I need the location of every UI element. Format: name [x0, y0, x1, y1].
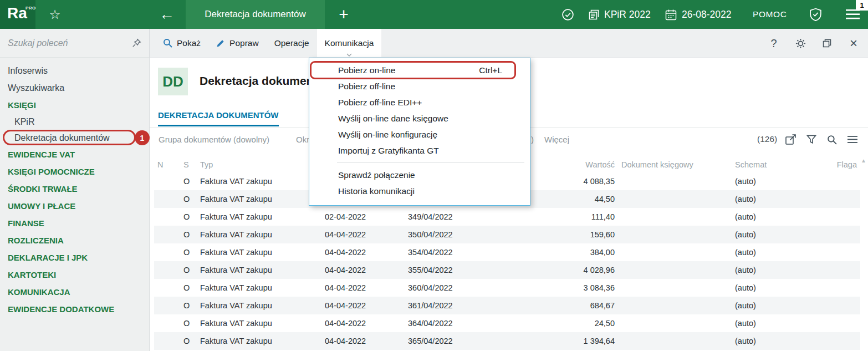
toolbar-button-label: Operacje: [274, 38, 309, 48]
list-menu-icon[interactable]: [846, 134, 858, 145]
cell: [618, 172, 732, 190]
toolbar-button-operacje[interactable]: Operacje: [267, 29, 317, 57]
column-header-typ[interactable]: Typ: [197, 156, 321, 172]
search-placeholder: Szukaj poleceń: [8, 38, 132, 48]
search-list-icon[interactable]: [826, 134, 838, 145]
cell: Faktura VAT zakupu: [197, 314, 321, 332]
menu-item-pobierz-off-line[interactable]: Pobierz off-line: [309, 78, 530, 94]
sidebar-item-finanse[interactable]: FINANSE: [0, 215, 149, 232]
cell: [618, 261, 732, 279]
pin-sidebar-icon[interactable]: [132, 38, 141, 48]
column-header-flaga[interactable]: Flaga: [820, 156, 860, 172]
cell: 04-04-2022: [321, 226, 405, 243]
active-module-tab[interactable]: Dekretacja dokumentów: [186, 0, 325, 29]
sidebar-item-infoserwis[interactable]: Infoserwis: [0, 62, 149, 79]
app-window: Ra PRO ☆ ← Dekretacja dokumentów + KPiR …: [0, 0, 868, 351]
menu-item-historia-komunikacji[interactable]: Historia komunikacji: [309, 183, 530, 199]
table-row[interactable]: OFaktura VAT zakupu04-04-2022364/04/2022…: [154, 314, 860, 332]
table-row[interactable]: OFaktura VAT zakupu04-04-2022360/04/2022…: [154, 279, 860, 297]
menu-item-pobierz-on-line[interactable]: Pobierz on-lineCtrl+L: [309, 62, 530, 78]
restore-window-icon[interactable]: [821, 39, 833, 48]
cell: [154, 261, 180, 279]
column-header-dokument-księgowy[interactable]: Dokument księgowy: [618, 156, 732, 172]
help-menu[interactable]: POMOC: [753, 0, 787, 29]
sidebar-item-kartoteki[interactable]: KARTOTEKI: [0, 266, 149, 283]
notification-count-badge[interactable]: 1: [856, 0, 868, 11]
sidebar-item-komunikacja[interactable]: KOMUNIKACJA: [0, 283, 149, 301]
table-row[interactable]: OFaktura VAT zakupu04-04-2022365/04/2022…: [154, 332, 860, 350]
menu-item-sprawdź-połączenie[interactable]: Sprawdź połączenie: [309, 167, 530, 183]
sidebar-item-deklaracje-i-jpk[interactable]: DEKLARACJE I JPK: [0, 249, 149, 266]
sidebar-item-środki-trwałe[interactable]: ŚRODKI TRWAŁE: [0, 180, 149, 197]
sidebar-item-księgi-pomocnicze[interactable]: KSIĘGI POMOCNICZE: [0, 163, 149, 180]
cell: (auto): [732, 261, 820, 279]
menu-item-label: Pobierz off-line: [338, 82, 502, 91]
sidebar-item-rozliczenia[interactable]: ROZLICZENIA: [0, 232, 149, 249]
cell: Faktura VAT zakupu: [197, 332, 321, 350]
menu-item-pobierz-off-line-edi[interactable]: Pobierz off-line EDI++: [309, 94, 530, 110]
cell: [618, 314, 732, 332]
status-check-icon[interactable]: [558, 0, 578, 29]
sidebar-item-label: KSIĘGI: [8, 100, 36, 110]
export-icon[interactable]: [785, 134, 796, 145]
cell: (auto): [732, 190, 820, 208]
toolbar-button-komunikacja[interactable]: Komunikacja: [317, 29, 382, 57]
cell: O: [180, 297, 197, 314]
gear-icon[interactable]: [795, 38, 806, 49]
cell: [820, 297, 860, 314]
company-name: KPiR 2022: [604, 9, 651, 21]
sidebar-item-księgi[interactable]: KSIĘGI: [0, 96, 149, 114]
cell: O: [180, 190, 197, 208]
sidebar-item-label: KARTOTEKI: [8, 270, 56, 279]
menu-item-importuj-z-gratyfikanta-gt[interactable]: Importuj z Gratyfikanta GT: [309, 143, 530, 159]
column-header-n[interactable]: N: [154, 156, 180, 172]
sidebar-item-wyszukiwarka[interactable]: Wyszukiwarka: [0, 79, 149, 96]
sidebar-item-ewidencje-vat[interactable]: EWIDENCJE VAT: [0, 146, 149, 163]
filter-funnel-icon[interactable]: [805, 134, 817, 145]
company-selector[interactable]: KPiR 2022: [589, 0, 651, 29]
menu-item-wyślij-on-line-dane-księgowe[interactable]: Wyślij on-line dane księgowe: [309, 110, 530, 126]
main-area: Pokaż Popraw Operacje Komunikacja ?: [150, 29, 868, 351]
sidebar-item-label: UMOWY I PŁACE: [8, 201, 75, 211]
column-header-wartość[interactable]: Wartość: [532, 156, 618, 172]
filter-more-link[interactable]: Więcej: [544, 135, 569, 144]
column-header-s[interactable]: S: [180, 156, 197, 172]
sidebar-item-label: ŚRODKI TRWAŁE: [8, 184, 78, 194]
cell: 364/04/2022: [405, 314, 532, 332]
cell: [154, 314, 180, 332]
cell: (auto): [732, 208, 820, 226]
filter-period[interactable]: Okr: [296, 135, 309, 144]
filter-document-group[interactable]: Grupa dokumentów (dowolny): [159, 135, 269, 144]
favorites-star-icon[interactable]: ☆: [43, 0, 67, 29]
menu-item-wyślij-on-line-konfigurację[interactable]: Wyślij on-line konfigurację: [309, 126, 530, 143]
table-row[interactable]: OFaktura VAT zakupu04-04-2022355/04/2022…: [154, 261, 860, 279]
view-tab-dekretacja[interactable]: DEKRETACJA DOKUMENTÓW: [158, 110, 279, 126]
sidebar-item-dekretacja-dokumentów[interactable]: Dekretacja dokumentów1: [0, 130, 149, 146]
table-row[interactable]: OFaktura VAT zakupu04-04-2022350/04/2022…: [154, 226, 860, 243]
back-arrow-icon[interactable]: ←: [150, 0, 184, 29]
app-logo[interactable]: Ra PRO: [0, 0, 35, 29]
toolbar-button-popraw[interactable]: Popraw: [208, 29, 267, 57]
table-row[interactable]: OFaktura VAT zakupu04-04-2022354/04/2022…: [154, 243, 860, 261]
sidebar: Szukaj poleceń InfoserwisWyszukiwarkaKSI…: [0, 29, 150, 351]
search-icon: [163, 38, 172, 48]
cell: [618, 190, 732, 208]
toolbar-button-pokaz[interactable]: Pokaż: [155, 29, 208, 57]
new-tab-button[interactable]: +: [331, 0, 356, 29]
cell: [820, 332, 860, 350]
sidebar-item-umowy-i-płace[interactable]: UMOWY I PŁACE: [0, 197, 149, 215]
sidebar-item-ewidencje-dodatkowe[interactable]: EWIDENCJE DODATKOWE: [0, 301, 149, 318]
cell: O: [180, 332, 197, 350]
sidebar-item-kpir[interactable]: KPiR: [0, 114, 149, 130]
scrollbar-up-arrow[interactable]: ▲: [861, 157, 866, 164]
command-search-input[interactable]: Szukaj poleceń: [0, 29, 149, 58]
session-date-selector[interactable]: 26-08-2022: [665, 0, 732, 29]
cell: Faktura VAT zakupu: [197, 208, 321, 226]
table-row[interactable]: OFaktura VAT zakupu02-04-2022349/04/2022…: [154, 208, 860, 226]
cell: 04-04-2022: [321, 279, 405, 297]
table-row[interactable]: OFaktura VAT zakupu04-04-2022361/04/2022…: [154, 297, 860, 314]
cell: [820, 261, 860, 279]
security-shield-icon[interactable]: [805, 0, 826, 29]
help-icon[interactable]: ?: [768, 37, 779, 50]
column-header-schemat[interactable]: Schemat: [732, 156, 820, 172]
